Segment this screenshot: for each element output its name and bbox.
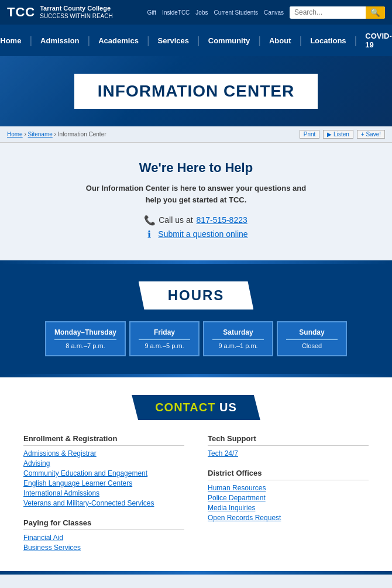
hour-day-monday: Monday–Thursday [54, 328, 116, 340]
hour-card-friday: Friday 9 a.m.–5 p.m. [129, 321, 200, 356]
link-human-resources[interactable]: Human Resources [208, 484, 369, 492]
tcc-logo: TCC Tarrant County College SUCCESS WITHI… [7, 5, 113, 20]
hour-card-monday: Monday–Thursday 8 a.m.–7 p.m. [45, 321, 126, 356]
phone-link[interactable]: 817-515-8223 [197, 215, 247, 225]
contact-col-enrollment: Enrollment & Registration Admissions & R… [23, 434, 184, 553]
submit-question-link[interactable]: Submit a question online [158, 229, 247, 239]
link-business-services[interactable]: Business Services [23, 544, 184, 552]
hero-heading: INFORMATION CENTER [98, 82, 294, 101]
nav-admission[interactable]: Admission [32, 29, 87, 52]
tech-heading: Tech Support [208, 434, 369, 446]
top-bar: TCC Tarrant County College SUCCESS WITHI… [0, 0, 392, 25]
search-input[interactable] [290, 6, 366, 18]
hours-heading: HOURS [168, 287, 225, 304]
nav-academics[interactable]: Academics [90, 29, 147, 52]
contact-title-box: CONTACT US [132, 395, 260, 420]
save-button[interactable]: + Save! [357, 130, 385, 139]
enrollment-heading: Enrollment & Registration [23, 434, 184, 446]
top-link-gift[interactable]: Gift [147, 9, 157, 16]
hour-time-saturday: 9 a.m.–1 p.m. [212, 342, 264, 349]
contact-heading: CONTACT US [155, 401, 237, 414]
link-advising[interactable]: Advising [23, 459, 184, 467]
phone-icon: 📞 [145, 215, 155, 225]
search-button[interactable]: 🔍 [366, 6, 385, 19]
hour-time-friday: 9 a.m.–5 p.m. [139, 342, 190, 349]
help-submit-link: ℹ Submit a question online [12, 229, 380, 239]
breadcrumb-home[interactable]: Home [7, 131, 23, 137]
breadcrumb-bar: Home › Sitename › Information Center Pri… [0, 126, 392, 143]
link-tech247[interactable]: Tech 24/7 [208, 449, 369, 458]
contact-grid: Enrollment & Registration Admissions & R… [23, 434, 369, 553]
nav-services[interactable]: Services [150, 29, 198, 52]
contact-highlight: CONTACT [155, 401, 215, 414]
contact-title-wrap: CONTACT US [23, 395, 369, 420]
district-heading: District Offices [208, 469, 369, 480]
hour-card-saturday: Saturday 9 a.m.–1 p.m. [203, 321, 273, 356]
help-heading: We're Here to Help [12, 160, 380, 176]
breadcrumb-sitename[interactable]: Sitename [28, 131, 53, 137]
contact-col-tech: Tech Support Tech 24/7 District Offices … [208, 434, 369, 553]
breadcrumb-actions: Print ▶ Listen + Save! [300, 130, 385, 139]
link-english-learner[interactable]: English Language Learner Centers [23, 479, 184, 487]
hour-day-friday: Friday [139, 328, 190, 340]
link-financial-aid[interactable]: Financial Aid [23, 534, 184, 542]
link-police[interactable]: Police Department [208, 494, 369, 502]
contact-section: CONTACT US Enrollment & Registration Adm… [0, 377, 392, 571]
hours-title-box: HOURS [139, 281, 254, 310]
paying-heading: Paying for Classes [23, 518, 184, 530]
nav-home[interactable]: Home [0, 29, 29, 52]
help-phone: 📞 Call us at 817-515-8223 [12, 215, 380, 225]
hours-grid: Monday–Thursday 8 a.m.–7 p.m. Friday 9 a… [12, 321, 380, 356]
contact-rest: US [219, 401, 237, 414]
info-icon: ℹ [144, 229, 154, 239]
hour-day-saturday: Saturday [212, 328, 264, 340]
logo-tcc: TCC [7, 5, 35, 20]
hour-time-monday: 8 a.m.–7 p.m. [54, 342, 116, 349]
nav-covid[interactable]: COVID-19 [357, 25, 392, 56]
top-link-current-students[interactable]: Current Students [214, 9, 258, 16]
hours-section: HOURS Monday–Thursday 8 a.m.–7 p.m. Frid… [0, 264, 392, 374]
help-section: We're Here to Help Our Information Cente… [0, 143, 392, 260]
link-open-records[interactable]: Open Records Request [208, 514, 369, 522]
hours-title-wrap: HOURS [139, 281, 254, 310]
link-veterans[interactable]: Veterans and Military-Connected Services [23, 499, 184, 507]
breadcrumb-current: Information Center [58, 131, 106, 137]
main-nav: Home | Admission | Academics | Services … [0, 25, 392, 56]
print-button[interactable]: Print [300, 130, 320, 139]
breadcrumb: Home › Sitename › Information Center [7, 131, 106, 137]
top-link-jobs[interactable]: Jobs [195, 9, 208, 16]
call-us-label: Call us at [159, 215, 192, 225]
logo-subtitle: Tarrant County College SUCCESS WITHIN RE… [40, 5, 112, 19]
link-community-ed[interactable]: Community Education and Engagement [23, 469, 184, 477]
link-admissions-registrar[interactable]: Admissions & Registrar [23, 449, 184, 458]
help-description: Our Information Center is here to answer… [79, 183, 313, 205]
hero-title-box: INFORMATION CENTER [74, 74, 318, 109]
search-box: 🔍 [290, 6, 385, 19]
top-link-canvas[interactable]: Canvas [264, 9, 284, 16]
top-links: Gift InsideTCC Jobs Current Students Can… [147, 6, 385, 19]
nav-about[interactable]: About [261, 29, 300, 52]
listen-button[interactable]: ▶ Listen [323, 130, 353, 139]
link-media[interactable]: Media Inquiries [208, 504, 369, 512]
hour-time-sunday: Closed [286, 342, 338, 349]
nav-community[interactable]: Community [200, 29, 259, 52]
hour-day-sunday: Sunday [286, 328, 338, 340]
link-international[interactable]: International Admissions [23, 489, 184, 497]
hour-card-sunday: Sunday Closed [277, 321, 347, 356]
hero-banner: INFORMATION CENTER [0, 56, 392, 126]
top-link-insidetcc[interactable]: InsideTCC [162, 9, 190, 16]
resources-section: MORE STUDENT RESOURCES Find resources cu… [0, 575, 392, 588]
nav-locations[interactable]: Locations [302, 29, 354, 52]
